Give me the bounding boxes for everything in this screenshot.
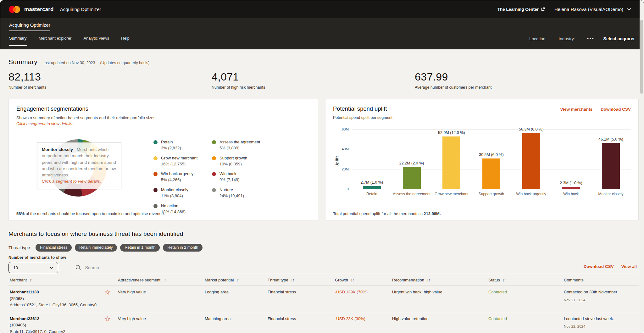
learning-center-link[interactable]: The Learning Center bbox=[497, 7, 545, 12]
main-nav: SummaryMerchant explorerAnalytic viewsHe… bbox=[9, 31, 130, 46]
merchants-count-select[interactable]: 10 bbox=[8, 262, 58, 273]
legend-dot bbox=[212, 156, 216, 160]
nav-item-summary[interactable]: Summary bbox=[9, 31, 27, 46]
sort-icon[interactable]: ↓↑ bbox=[29, 278, 32, 282]
threat-type-label: Threat type bbox=[8, 245, 30, 250]
bar-win-back-urgently[interactable]: 56.3M (6.0 %) bbox=[512, 127, 550, 189]
nav-item-analytic-views[interactable]: Analytic views bbox=[83, 31, 109, 46]
summary-header: Summary Last updated on Nov 30, 2023 (Up… bbox=[8, 49, 639, 66]
uplift-footer-total: 212.98M. bbox=[424, 211, 441, 216]
table-row[interactable]: Merchant11138(25068)Address10521, State1… bbox=[8, 286, 639, 312]
external-link-icon bbox=[541, 7, 545, 11]
chip-retain-in-2-month[interactable]: Retain in 2 month bbox=[163, 244, 203, 252]
sort-icon[interactable]: ↓↑ bbox=[236, 278, 240, 282]
nav-item-merchant-explorer[interactable]: Merchant explorer bbox=[39, 31, 72, 46]
uplift-download-csv-link[interactable]: Download CSV bbox=[601, 107, 631, 112]
table-download-csv-link[interactable]: Download CSV bbox=[584, 264, 614, 269]
bar-monitor-closely[interactable]: 46.1M (5.0 %) bbox=[592, 137, 630, 189]
bar-win-back[interactable]: 2.3M (1.0 %) bbox=[552, 181, 590, 189]
bar-assess-the-agreement[interactable]: 22.2M (2.0 %) bbox=[393, 161, 430, 189]
legend-dot bbox=[212, 140, 216, 144]
star-icon[interactable]: ☆ bbox=[104, 288, 111, 296]
column-header-threat-type[interactable]: Threat type↓↑ bbox=[268, 278, 335, 282]
nav-item-help[interactable]: Help bbox=[121, 31, 130, 46]
location-label: Location: bbox=[529, 36, 547, 41]
app-title: Acquiring Optimizer bbox=[60, 7, 101, 12]
update-note: (Updates on quarterly basis) bbox=[100, 61, 149, 65]
industry-filter[interactable]: Industry: - bbox=[559, 36, 578, 41]
merchants-count-value: 10 bbox=[13, 265, 18, 270]
legend-item-monitor-closely[interactable]: Monitor closely11% (8,804) bbox=[153, 187, 207, 199]
nav-row: SummaryMerchant explorerAnalytic viewsHe… bbox=[9, 31, 635, 46]
legend-item-no-action[interactable]: No action18% (14,868) bbox=[153, 203, 207, 215]
tooltip-title: Monitor closely bbox=[42, 147, 73, 152]
chip-financial-stress[interactable]: Financial stress bbox=[36, 244, 72, 252]
sort-icon[interactable]: ↓↑ bbox=[351, 278, 354, 282]
column-header-attractiveness-segment[interactable]: Attractiveness segment↓↑ bbox=[118, 278, 205, 282]
column-header-recommendation[interactable]: Recommendation↓↑ bbox=[392, 278, 488, 282]
view-merchants-link[interactable]: View merchants bbox=[560, 107, 592, 112]
category-label: Grow new merchant bbox=[433, 192, 470, 196]
engagement-title: Engagement segmentations bbox=[16, 106, 310, 112]
search-input[interactable] bbox=[85, 265, 580, 270]
top-bar-right: The Learning Center Helena Rasova (Visua… bbox=[497, 7, 636, 12]
brand: mastercard Acquiring Optimizer bbox=[8, 6, 101, 13]
table-row[interactable]: Merchant23612(108406)State11, City3917, … bbox=[8, 312, 639, 333]
sub-header: Acquiring Optimizer SummaryMerchant expl… bbox=[0, 18, 644, 49]
legend-item-win-back[interactable]: Win back9% (7,149) bbox=[212, 171, 265, 183]
category-label: Win back urgently bbox=[512, 192, 550, 196]
column-header-market-potential[interactable]: Market potential↓↑ bbox=[205, 278, 268, 282]
sort-icon[interactable]: ↓↑ bbox=[502, 278, 506, 282]
nav-filters: Location: - Industry: - ••• Select acqui… bbox=[529, 31, 635, 46]
sort-icon[interactable]: ↓↑ bbox=[163, 278, 166, 282]
tooltip-details-link[interactable]: Click a segment to view details. bbox=[42, 178, 117, 185]
category-label: Monitor closely bbox=[592, 192, 630, 196]
column-header-merchant[interactable]: Merchant↓↑ bbox=[10, 278, 104, 282]
category-label: Support growth bbox=[472, 192, 510, 196]
engagement-footer-text: of the merchants should be focused upon … bbox=[25, 211, 165, 216]
engagement-description: Shows a summary of action-based segments… bbox=[16, 115, 310, 120]
uplift-footer-text: Total potential spend uplift for all the… bbox=[333, 211, 424, 216]
user-menu[interactable]: Helena Rasova (VisualAODemo) bbox=[554, 7, 631, 12]
metric-value: 637.99 bbox=[415, 71, 639, 83]
column-header-status[interactable]: Status↓↑ bbox=[488, 278, 564, 282]
bar-grow-new-merchant[interactable]: 52.9M (12.0 %) bbox=[433, 130, 470, 189]
main-content: Summary Last updated on Nov 30, 2023 (Up… bbox=[0, 49, 644, 333]
user-name: Helena Rasova (VisualAODemo) bbox=[554, 7, 623, 12]
location-filter[interactable]: Location: - bbox=[529, 36, 550, 41]
brand-name: mastercard bbox=[24, 6, 54, 13]
segment-tooltip: Monitor closely - Merchants which outper… bbox=[37, 142, 121, 189]
engagement-segmentations-card: Engagement segmentations Shows a summary… bbox=[8, 99, 318, 220]
scrollbar-thumb[interactable] bbox=[640, 20, 643, 94]
column-header-growth[interactable]: Growth↓↑ bbox=[335, 278, 392, 282]
product-tab-acquiring-optimizer[interactable]: Acquiring Optimizer bbox=[9, 22, 50, 31]
legend-item-nurture[interactable]: Nurture24% (19,491) bbox=[212, 187, 265, 199]
legend-dot bbox=[153, 140, 158, 144]
engagement-chart-area: Retain3% (2,832)Grow new merchant16% (12… bbox=[16, 127, 310, 203]
merchants-to-show-label: Number of merchants to show bbox=[8, 255, 66, 260]
legend-item-retain[interactable]: Retain3% (2,832) bbox=[153, 139, 207, 151]
sort-icon[interactable]: ↓↑ bbox=[291, 278, 294, 282]
legend-item-grow-new-merchant[interactable]: Grow new merchant16% (12,755) bbox=[153, 155, 207, 167]
bar-support-growth[interactable]: 30.5M (6.0 %) bbox=[472, 153, 510, 189]
category-label: Win back bbox=[552, 192, 590, 196]
merchants-table: Merchant↓↑Attractiveness segment↓↑Market… bbox=[8, 276, 639, 333]
more-options-icon[interactable]: ••• bbox=[587, 36, 595, 41]
legend-dot bbox=[153, 156, 158, 160]
x-axis-categories: RetainAssess the agreementGrow new merch… bbox=[352, 192, 631, 196]
star-icon[interactable]: ☆ bbox=[104, 315, 111, 323]
legend-item-win-back-urgently[interactable]: Win back urgently5% (4,266) bbox=[153, 171, 207, 183]
bar-retain[interactable]: 2.7M (1.0 %) bbox=[353, 180, 391, 189]
chip-retain-in-1-month[interactable]: Retain in 1 month bbox=[120, 244, 160, 252]
chevron-down-icon bbox=[627, 8, 631, 11]
engagement-details-link[interactable]: Click a segment to view details. bbox=[16, 121, 310, 126]
legend-item-assess-the-agreement[interactable]: Assess the agreement5% (3,889) bbox=[212, 139, 265, 151]
page-title: Summary bbox=[8, 58, 37, 66]
view-all-link[interactable]: View all bbox=[621, 264, 637, 269]
sort-icon[interactable]: ↓↑ bbox=[427, 278, 430, 282]
chip-retain-immediately[interactable]: Retain immediately bbox=[75, 244, 117, 252]
select-acquirer-button[interactable]: Select acquirer bbox=[603, 36, 635, 41]
scrollbar[interactable] bbox=[640, 0, 644, 333]
uplift-title: Potential spend uplift bbox=[333, 106, 387, 112]
legend-item-support-growth[interactable]: Support growth10% (8,059) bbox=[212, 155, 265, 167]
